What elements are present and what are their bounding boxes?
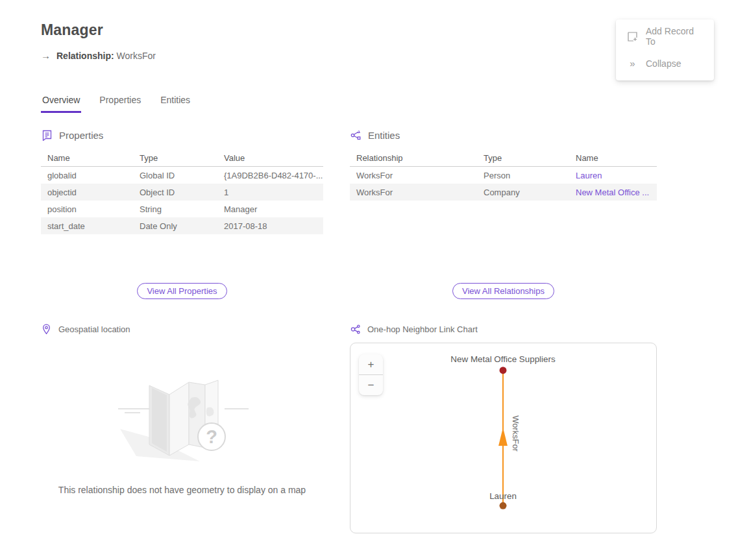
tab-entities[interactable]: Entities xyxy=(159,93,191,113)
question-mark-glyph: ? xyxy=(206,426,217,447)
properties-icon xyxy=(41,129,53,141)
entity-relationship: WorksFor xyxy=(350,188,477,197)
properties-actions: View All Properties xyxy=(41,283,323,299)
menu-item-collapse[interactable]: » Collapse xyxy=(616,51,714,76)
node-person[interactable] xyxy=(500,502,507,509)
table-row: start_date Date Only 2017-08-18 xyxy=(41,217,323,234)
breadcrumb: → Relationship: WorksFor xyxy=(41,50,156,61)
property-type: Object ID xyxy=(133,188,217,197)
entity-type: Company xyxy=(477,188,569,197)
subtitle-text: Relationship: WorksFor xyxy=(56,51,156,61)
property-name: position xyxy=(41,204,133,214)
property-name: objectid xyxy=(41,188,133,197)
table-row: objectid Object ID 1 xyxy=(41,184,323,201)
property-name: start_date xyxy=(41,221,133,231)
page-title: Manager xyxy=(41,21,103,39)
table-row: globalid Global ID {1A9DB2B6-D482-4170-.… xyxy=(41,167,323,184)
tab-overview[interactable]: Overview xyxy=(41,93,81,113)
table-row: WorksFor Person Lauren xyxy=(350,167,657,184)
entity-link[interactable]: Lauren xyxy=(569,171,657,180)
property-type: String xyxy=(133,204,217,214)
node-label-bottom: Lauren xyxy=(489,491,517,501)
table-header-row: Name Type Value xyxy=(41,149,323,167)
table-row: position String Manager xyxy=(41,201,323,217)
edge-label: WorksFor xyxy=(511,415,521,452)
property-value: Manager xyxy=(217,204,323,214)
property-value: 2017-08-18 xyxy=(217,221,323,231)
section-title: Geospatial location xyxy=(58,324,130,334)
properties-table: Name Type Value globalid Global ID {1A9D… xyxy=(41,149,323,234)
property-value: {1A9DB2B6-D482-4170-... xyxy=(217,171,323,180)
column-header: Relationship xyxy=(350,153,477,163)
entity-link[interactable]: New Metal Office ... xyxy=(569,188,657,197)
link-chart-header: One-hop Neighbor Link Chart xyxy=(350,323,478,335)
record-detail-page: Manager → Relationship: WorksFor Add Rec… xyxy=(0,0,736,560)
collapse-icon: » xyxy=(626,58,638,69)
zoom-in-button[interactable]: + xyxy=(359,354,383,374)
tab-properties[interactable]: Properties xyxy=(98,93,142,113)
view-all-properties-button[interactable]: View All Properties xyxy=(137,283,227,299)
entities-section: Entities Relationship Type Name WorksFor… xyxy=(350,123,657,201)
column-header: Type xyxy=(133,153,217,163)
entities-table: Relationship Type Name WorksFor Person L… xyxy=(350,149,657,201)
entities-icon xyxy=(350,129,362,141)
map-pin-icon xyxy=(41,324,52,335)
menu-item-label: Add Record To xyxy=(646,26,704,47)
link-chart-graph: WorksFor New Metal Office Suppliers Laur… xyxy=(350,343,656,533)
entity-relationship: WorksFor xyxy=(350,171,477,180)
table-row: WorksFor Company New Metal Office ... xyxy=(350,184,657,201)
column-header: Type xyxy=(477,153,569,163)
geospatial-header: Geospatial location xyxy=(41,323,130,335)
view-all-relationships-button[interactable]: View All Relationships xyxy=(452,283,554,299)
geospatial-empty-message: This relationship does not have geometry… xyxy=(41,485,323,495)
column-header: Name xyxy=(41,153,133,163)
menu-item-add-record-to[interactable]: Add Record To xyxy=(616,24,714,49)
section-title: One-hop Neighbor Link Chart xyxy=(367,324,478,334)
map-placeholder-illustration: ? xyxy=(91,372,273,469)
edge-arrow-icon xyxy=(498,428,508,446)
node-company[interactable] xyxy=(500,367,507,374)
relationship-arrow-icon: → xyxy=(41,50,51,61)
context-menu: Add Record To » Collapse xyxy=(616,19,714,80)
subtitle-label: Relationship: xyxy=(56,51,114,61)
section-title: Entities xyxy=(368,130,400,141)
section-title: Properties xyxy=(59,130,103,141)
column-header: Value xyxy=(217,153,323,163)
property-type: Global ID xyxy=(133,171,217,180)
tab-bar: Overview Properties Entities xyxy=(41,93,191,113)
subtitle-value: WorksFor xyxy=(117,51,156,61)
add-record-icon xyxy=(626,30,638,42)
property-name: globalid xyxy=(41,171,133,180)
link-chart-card: WorksFor New Metal Office Suppliers Laur… xyxy=(350,343,657,533)
entities-actions: View All Relationships xyxy=(350,283,657,299)
zoom-out-button[interactable]: − xyxy=(359,375,383,395)
zoom-control: + − xyxy=(359,354,383,395)
menu-item-label: Collapse xyxy=(646,58,681,69)
properties-header: Properties xyxy=(41,127,323,143)
properties-section: Properties Name Type Value globalid Glob… xyxy=(41,123,323,234)
column-header: Name xyxy=(569,153,657,163)
property-type: Date Only xyxy=(133,221,217,231)
link-chart-icon xyxy=(350,324,361,335)
entities-header: Entities xyxy=(350,127,657,143)
table-header-row: Relationship Type Name xyxy=(350,149,657,167)
entity-type: Person xyxy=(477,171,569,180)
node-label-top: New Metal Office Suppliers xyxy=(450,354,556,364)
property-value: 1 xyxy=(217,188,323,197)
